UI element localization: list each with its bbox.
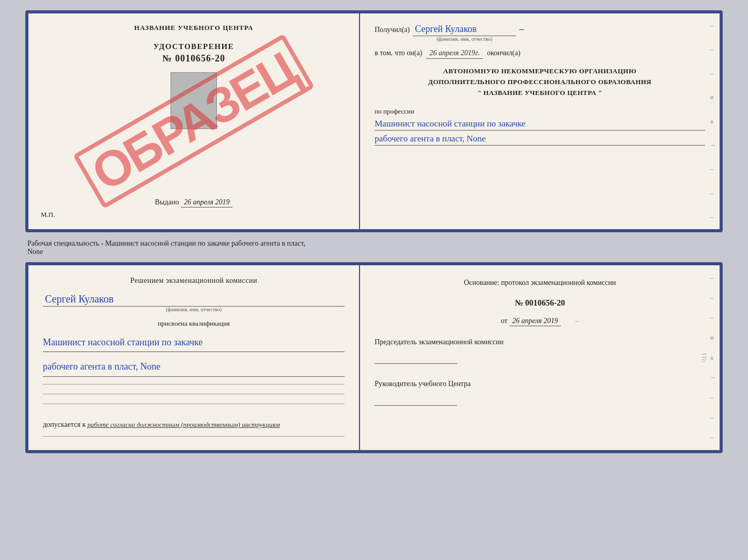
cert-bottom: Решением экзаменационной комиссии Сергей… bbox=[25, 262, 723, 453]
sep-line1 bbox=[43, 384, 345, 385]
b-dash7: – bbox=[710, 390, 716, 405]
dopusk-label: допускается к bbox=[43, 421, 86, 428]
cert-bottom-left: Решением экзаменационной комиссии Сергей… bbox=[28, 265, 360, 450]
dash-r2: – bbox=[710, 42, 716, 57]
ito-text: ITo bbox=[700, 353, 708, 362]
okonchil-label: окончил(а) bbox=[487, 49, 521, 57]
komissia-title: Решением экзаменационной комиссии bbox=[43, 277, 345, 285]
sep-line4 bbox=[43, 436, 345, 437]
komissia-name: Сергей Кулаков bbox=[43, 293, 345, 307]
b-dash3: – bbox=[710, 310, 716, 325]
vtom-date: 26 апреля 2019г. bbox=[426, 49, 482, 59]
dopusk-value: работе согласно должностным (производств… bbox=[87, 421, 279, 428]
b-dash9: – bbox=[710, 430, 716, 445]
b-dash4: и bbox=[710, 330, 716, 345]
b-dash6: ← bbox=[710, 370, 716, 385]
sep-line3 bbox=[43, 404, 345, 404]
rukovoditel-label: Руководитель учебного Центра bbox=[375, 380, 471, 388]
qualification-line2: рабочего агента в пласт, None bbox=[43, 357, 345, 376]
osnovaniye-block: Основание: протокол экзаменационной коми… bbox=[375, 277, 705, 289]
komissia-name-block: Сергей Кулаков (фамилия, имя, отчество) bbox=[43, 290, 345, 312]
dash-date: – bbox=[575, 317, 579, 325]
cert-doc-area: УДОСТОВЕРЕНИЕ № 0010656-20 bbox=[153, 42, 234, 135]
profession-line2: рабочего агента в пласт, None bbox=[375, 133, 705, 146]
dash-r5: а bbox=[710, 114, 716, 129]
rukovoditel-line bbox=[375, 393, 457, 406]
osnov-date: от 26 апреля 2019 – bbox=[375, 317, 705, 325]
right-dashes: – – – и а ← – – – bbox=[710, 13, 716, 229]
profession-label: по профессии bbox=[375, 107, 705, 116]
osnov-number: № 0010656-20 bbox=[375, 298, 705, 308]
cert-top: НАЗВАНИЕ УЧЕБНОГО ЦЕНТРА ОБРАЗЕЦ УДОСТОВ… bbox=[25, 10, 723, 232]
poluchil-label: Получил(a) bbox=[375, 26, 410, 34]
org-line1: АВТОНОМНУЮ НЕКОММЕРЧЕСКУЮ ОРГАНИЗАЦИЮ bbox=[375, 66, 705, 77]
osnov-ot: от bbox=[501, 317, 507, 325]
dash-r7: – bbox=[710, 162, 716, 177]
dash-r1: – bbox=[710, 18, 716, 33]
vydano-line: Выдано 26 апреля 2019 bbox=[155, 198, 233, 206]
qualification-line1: Машинист насосной станции по закачке bbox=[43, 333, 345, 352]
b-dash2: – bbox=[710, 291, 716, 306]
vtom-row: в том, что он(а) 26 апреля 2019г. окончи… bbox=[375, 49, 705, 59]
right-dashes-bottom: – – – и а ← – – – bbox=[710, 265, 716, 450]
vydano-date: 26 апреля 2019 bbox=[181, 198, 232, 207]
cert-right-panel: Получил(a) Сергей Кулаков (фамилия, имя,… bbox=[360, 13, 720, 229]
org-block: АВТОНОМНУЮ НЕКОММЕРЧЕСКУЮ ОРГАНИЗАЦИЮ ДО… bbox=[375, 66, 705, 98]
komissia-familiya-label: (фамилия, имя, отчество) bbox=[43, 307, 345, 312]
rukovoditel-block: Руководитель учебного Центра bbox=[375, 378, 705, 406]
dash-r6: ← bbox=[710, 138, 716, 153]
b-dash8: – bbox=[710, 410, 716, 425]
org-line2: ДОПОЛНИТЕЛЬНОГО ПРОФЕССИОНАЛЬНОГО ОБРАЗО… bbox=[375, 77, 705, 88]
photo-placeholder bbox=[170, 72, 217, 129]
dash-r8: – bbox=[710, 186, 716, 201]
osnovaniye-label: Основание: протокол экзаменационной коми… bbox=[464, 279, 616, 286]
b-dash5: а bbox=[710, 350, 716, 365]
familiya-label: (фамилия, имя, отчество) bbox=[413, 36, 516, 42]
osnov-date-value: 26 апреля 2019 bbox=[509, 317, 561, 326]
vtom-label: в том, что он(а) bbox=[375, 49, 422, 57]
prisvoena-text: присвоена квалификация bbox=[43, 319, 345, 328]
profession-block: по профессии Машинист насосной станции п… bbox=[375, 107, 705, 146]
predsedatel-label: Председатель экзаменационной комиссии bbox=[375, 338, 504, 346]
dopusk-block: допускается к работе согласно должностны… bbox=[43, 421, 345, 429]
cert-left-panel: НАЗВАНИЕ УЧЕБНОГО ЦЕНТРА ОБРАЗЕЦ УДОСТОВ… bbox=[28, 13, 360, 229]
org-line3: " НАЗВАНИЕ УЧЕБНОГО ЦЕНТРА " bbox=[375, 88, 705, 99]
document-container: НАЗВАНИЕ УЧЕБНОГО ЦЕНТРА ОБРАЗЕЦ УДОСТОВ… bbox=[25, 10, 723, 453]
profession-line1: Машинист насосной станции по закачке bbox=[375, 118, 705, 131]
predsedatel-line bbox=[375, 351, 457, 364]
cert-top-title: НАЗВАНИЕ УЧЕБНОГО ЦЕНТРА bbox=[134, 24, 254, 32]
poluchil-value: Сергей Кулаков bbox=[413, 24, 516, 36]
poluchil-row: Получил(a) Сергей Кулаков (фамилия, имя,… bbox=[375, 24, 705, 42]
mp-line: М.П. bbox=[41, 211, 55, 219]
dash-r4: и bbox=[710, 90, 716, 105]
predsedatel-block: Председатель экзаменационной комиссии bbox=[375, 337, 705, 364]
dash1: – bbox=[519, 24, 524, 35]
subtitle-text: Рабочая специальность - Машинист насосно… bbox=[25, 236, 723, 258]
udostoverenie-title: УДОСТОВЕРЕНИЕ bbox=[153, 42, 234, 51]
vydano-label: Выдано bbox=[155, 198, 179, 206]
sep-line2 bbox=[43, 394, 345, 394]
dash-r3: – bbox=[710, 66, 716, 81]
cert-bottom-right: Основание: протокол экзаменационной коми… bbox=[360, 265, 720, 450]
dash-r9: – bbox=[710, 210, 716, 225]
b-dash1: – bbox=[710, 270, 716, 285]
cert-number: № 0010656-20 bbox=[162, 53, 225, 64]
